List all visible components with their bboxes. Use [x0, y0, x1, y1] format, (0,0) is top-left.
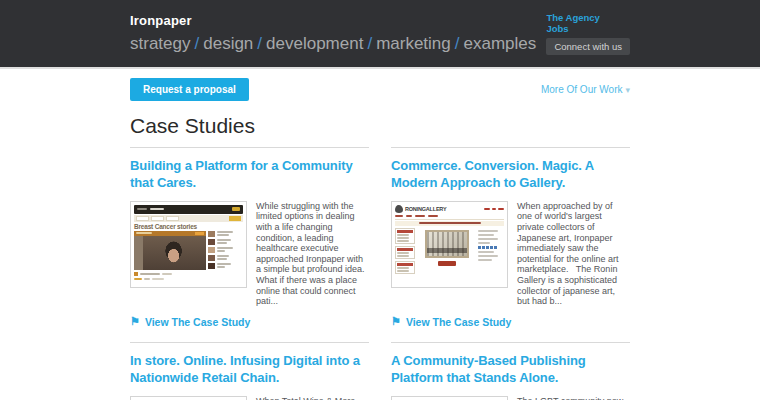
case-study-body: RONINGALLERY: [391, 201, 630, 307]
video-still-woman: [134, 236, 206, 270]
more-of-our-work-link[interactable]: More Of Our Work▾: [541, 84, 630, 95]
thumb-site-heading: Breast Cancer stories: [134, 222, 243, 231]
case-study-card: A Community-Based Publishing Platform th…: [391, 342, 630, 400]
case-study-title[interactable]: Building a Platform for a Community that…: [130, 158, 369, 192]
case-study-card: Commerce. Conversion. Magic. A Modern Ap…: [391, 147, 630, 342]
case-study-thumbnail-healthcare[interactable]: Breast Cancer stories: [130, 201, 247, 288]
thumb-site-topbar: RONINGALLERY: [395, 205, 504, 213]
nav-item-marketing[interactable]: marketing: [376, 34, 451, 53]
main-content: Request a proposal More Of Our Work▾ Cas…: [130, 78, 630, 400]
flag-icon: ⚑: [391, 316, 401, 327]
case-study-thumbnail-theqube[interactable]: Welcome to: [391, 396, 508, 400]
nav-separator: /: [194, 34, 199, 53]
nav-item-strategy[interactable]: strategy: [130, 34, 190, 53]
thumb-site-nav: [134, 215, 243, 222]
case-study-title[interactable]: Commerce. Conversion. Magic. A Modern Ap…: [391, 158, 630, 192]
case-study-title[interactable]: In store. Online. Infusing Digital into …: [130, 353, 369, 387]
thumb-site-content: [395, 228, 504, 274]
thumb-site-content: [134, 231, 243, 280]
nav-item-development[interactable]: development: [266, 34, 363, 53]
main-nav: strategy/design/development/marketing/ex…: [130, 34, 536, 54]
view-case-study-label: View The Case Study: [406, 316, 511, 328]
case-study-thumbnail-total-wine[interactable]: Discover: [130, 396, 247, 400]
lion-logo-icon: [395, 205, 403, 213]
case-study-card: Building a Platform for a Community that…: [130, 147, 369, 342]
brand-logo[interactable]: Ironpaper: [130, 13, 536, 28]
thumb-site-heading: RONINGALLERY: [405, 206, 446, 212]
nav-separator: /: [367, 34, 372, 53]
thumb-notice-bar: [395, 221, 504, 226]
view-case-study-link[interactable]: ⚑ View The Case Study: [130, 316, 369, 328]
case-studies-grid: Building a Platform for a Community that…: [130, 147, 630, 400]
case-study-thumbnail-ronin-gallery[interactable]: RONINGALLERY: [391, 201, 508, 288]
case-study-description: While struggling with the limited option…: [256, 201, 369, 307]
case-study-title[interactable]: A Community-Based Publishing Platform th…: [391, 353, 630, 387]
nav-item-examples[interactable]: examples: [464, 34, 537, 53]
japanese-print-image: [425, 230, 469, 258]
nav-separator: /: [455, 34, 460, 53]
thumb-red-button: [438, 261, 456, 266]
case-study-card: In store. Online. Infusing Digital into …: [130, 342, 369, 400]
the-agency-link[interactable]: The Agency: [546, 12, 630, 23]
chevron-down-icon: ▾: [625, 85, 630, 95]
nav-item-design[interactable]: design: [203, 34, 253, 53]
thumb-site-topbar: [134, 205, 243, 214]
request-proposal-button[interactable]: Request a proposal: [130, 78, 249, 101]
thumb-site-nav: [395, 213, 504, 220]
view-case-study-label: View The Case Study: [145, 316, 250, 328]
case-study-body: Discover When Total Wine & More first ap…: [130, 396, 369, 400]
case-study-body: Welcome to The LGBT community now seeps …: [391, 396, 630, 400]
header-left: Ironpaper strategy/design/development/ma…: [130, 0, 536, 55]
header-right: The Agency Jobs Connect with us: [546, 0, 630, 55]
connect-with-us-button[interactable]: Connect with us: [546, 38, 630, 55]
flag-icon: ⚑: [130, 316, 140, 327]
site-header: Ironpaper strategy/design/development/ma…: [0, 0, 760, 69]
case-study-body: Breast Cancer stories: [130, 201, 369, 307]
case-study-description: The LGBT community now seeps deep into o…: [517, 396, 630, 400]
case-study-description: When Total Wine & More first approached …: [256, 396, 369, 400]
jobs-link[interactable]: Jobs: [546, 23, 630, 34]
case-study-description: When approached by of one of world's lar…: [517, 201, 630, 307]
nav-separator: /: [257, 34, 262, 53]
page-title: Case Studies: [130, 114, 630, 138]
view-case-study-link[interactable]: ⚑ View The Case Study: [391, 316, 630, 328]
more-of-our-work-label: More Of Our Work: [541, 84, 623, 95]
toolbar: Request a proposal More Of Our Work▾: [130, 78, 630, 101]
